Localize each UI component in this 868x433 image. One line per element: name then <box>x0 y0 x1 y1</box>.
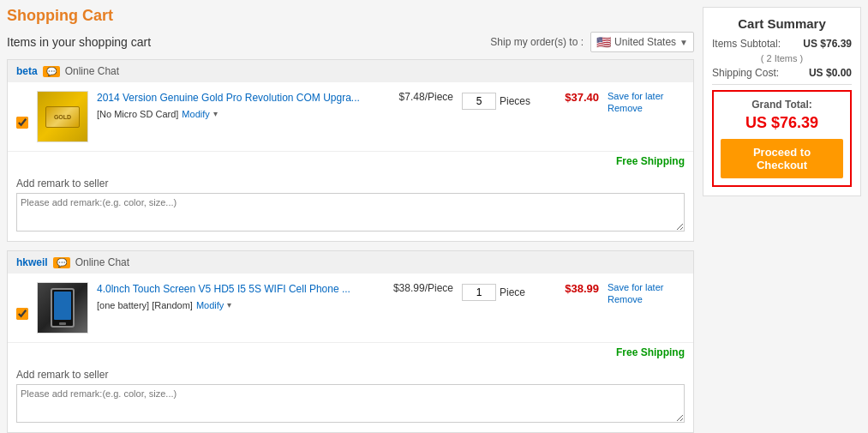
gold-bar-text: GOLD <box>54 114 71 120</box>
phone-image-icon <box>51 288 75 328</box>
shipping-row-1: Free Shipping <box>8 152 693 171</box>
items-count: ( 2 Items ) <box>712 53 852 63</box>
grand-total-label: Grand Total: <box>721 99 843 111</box>
online-chat-label-hkweil[interactable]: Online Chat <box>75 256 129 268</box>
item-checkbox-2[interactable] <box>16 308 28 320</box>
remark-textarea-2[interactable] <box>16 384 685 423</box>
grand-total-amount: US $76.39 <box>721 114 843 132</box>
remove-link-1[interactable]: Remove <box>608 103 643 113</box>
country-select[interactable]: 🇺🇸 United States ▼ <box>590 32 694 52</box>
seller-header-hkweil: hkweil 💬 Online Chat <box>8 251 693 274</box>
header-row: Items in your shopping cart Ship my orde… <box>7 32 694 52</box>
item-variant-1: [No Micro SD Card] Modify ▾ <box>97 109 368 119</box>
cart-summary-title: Cart Summary <box>712 16 852 31</box>
variant-arrow-icon-1: ▾ <box>213 109 218 118</box>
item-details-2: 4.0lnch Touch Screen V5 HD5 I5 5S WIFI C… <box>97 282 368 310</box>
summary-divider <box>712 84 852 85</box>
item-qty-2: Piece <box>462 282 530 301</box>
item-price-1: $7.48/Piece <box>376 91 453 103</box>
item-name-2[interactable]: 4.0lnch Touch Screen V5 HD5 I5 5S WIFI C… <box>97 282 368 297</box>
gold-bar-icon: GOLD <box>45 106 80 128</box>
seller-name-beta[interactable]: beta <box>16 65 38 77</box>
page-title: Shopping Cart <box>7 7 694 25</box>
save-later-link-2[interactable]: Save for later <box>608 282 663 292</box>
item-checkbox-1[interactable] <box>16 117 28 129</box>
main-content: Shopping Cart Items in your shopping car… <box>7 7 694 433</box>
ship-label: Ship my order(s) to : <box>490 36 584 48</box>
save-later-link-1[interactable]: Save for later <box>608 91 663 101</box>
checkbox-wrap-2 <box>16 282 28 322</box>
item-variant-2: [one battery] [Random] Modify ▾ <box>97 300 368 310</box>
seller-header-beta: beta 💬 Online Chat <box>8 60 693 82</box>
item-image-2 <box>37 282 88 334</box>
qty-label-2: Piece <box>500 286 525 298</box>
seller-name-hkweil[interactable]: hkweil <box>16 256 48 268</box>
online-chat-label-beta[interactable]: Online Chat <box>65 65 119 77</box>
chat-icon-beta: 💬 <box>43 66 60 77</box>
remark-section-2: Add remark to seller <box>8 362 693 432</box>
remark-section-1: Add remark to seller <box>8 171 693 241</box>
qty-label-1: Pieces <box>500 95 530 107</box>
seller-block-beta: beta 💬 Online Chat GOLD 2014 Version Gen… <box>7 59 694 242</box>
checkout-button[interactable]: Proceed to Checkout <box>721 139 843 178</box>
qty-input-2[interactable] <box>462 284 496 301</box>
dropdown-arrow-icon: ▼ <box>679 38 688 47</box>
remark-label-1: Add remark to seller <box>16 177 685 189</box>
country-flag: 🇺🇸 <box>596 35 611 49</box>
seller-block-hkweil: hkweil 💬 Online Chat 4.0lnch Touch Scree… <box>7 250 694 433</box>
shipping-row-2: Free Shipping <box>8 343 693 362</box>
cart-item-2: 4.0lnch Touch Screen V5 HD5 I5 5S WIFI C… <box>8 274 693 343</box>
remove-link-2[interactable]: Remove <box>608 294 643 304</box>
modify-link-2[interactable]: Modify <box>196 300 224 310</box>
item-name-1[interactable]: 2014 Version Genuine Gold Pro Revolution… <box>97 91 368 105</box>
chat-icon-hkweil: 💬 <box>53 257 70 268</box>
variant-text-2: [one battery] [Random] <box>97 300 193 310</box>
shipping-cost-label: Shipping Cost: <box>712 67 779 79</box>
cart-summary-sidebar: Cart Summary Items Subtotal: US $76.39 (… <box>703 7 861 433</box>
phone-button-icon <box>59 322 66 325</box>
country-name: United States <box>614 36 676 48</box>
checkbox-wrap-1 <box>16 91 28 131</box>
qty-input-1[interactable] <box>462 93 496 110</box>
item-price-2: $38.99/Piece <box>376 282 453 294</box>
variant-arrow-icon-2: ▾ <box>227 300 231 310</box>
cart-item-1: GOLD 2014 Version Genuine Gold Pro Revol… <box>8 82 693 152</box>
items-subtotal-value: US $76.39 <box>803 38 852 50</box>
phone-screen-inner <box>54 292 71 320</box>
item-total-2: $38.99 <box>539 282 599 295</box>
remark-textarea-1[interactable] <box>16 193 685 232</box>
item-total-1: $37.40 <box>539 91 599 104</box>
items-subtotal-label: Items Subtotal: <box>712 38 781 50</box>
items-subtotal-row: Items Subtotal: US $76.39 <box>712 38 852 50</box>
item-actions-2: Save for later Remove <box>608 282 685 304</box>
item-actions-1: Save for later Remove <box>608 91 685 113</box>
item-qty-1: Pieces <box>462 91 530 110</box>
grand-total-box: Grand Total: US $76.39 Proceed to Checko… <box>712 90 852 187</box>
item-details-1: 2014 Version Genuine Gold Pro Revolution… <box>97 91 368 119</box>
variant-text-1: [No Micro SD Card] <box>97 109 178 119</box>
ship-row: Ship my order(s) to : 🇺🇸 United States ▼ <box>490 32 694 52</box>
modify-link-1[interactable]: Modify <box>182 109 209 119</box>
page-subtitle: Items in your shopping cart <box>7 35 151 49</box>
item-image-1: GOLD <box>37 91 88 142</box>
shipping-cost-row: Shipping Cost: US $0.00 <box>712 67 852 79</box>
shipping-cost-value: US $0.00 <box>809 67 852 79</box>
remark-label-2: Add remark to seller <box>16 369 685 381</box>
cart-summary: Cart Summary Items Subtotal: US $76.39 (… <box>703 7 861 196</box>
